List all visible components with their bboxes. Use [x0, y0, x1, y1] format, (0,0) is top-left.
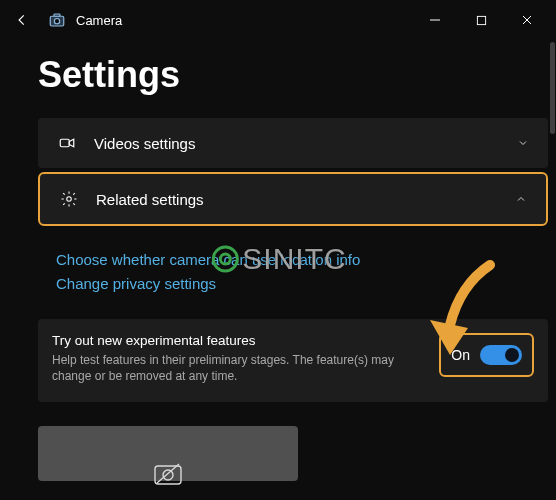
videos-settings-panel[interactable]: Videos settings	[38, 118, 548, 168]
related-settings-panel[interactable]: Related settings	[38, 172, 548, 226]
maximize-button[interactable]	[458, 5, 504, 35]
svg-rect-4	[477, 16, 485, 24]
back-button[interactable]	[14, 12, 30, 28]
page-title: Settings	[38, 54, 556, 96]
experimental-features-title: Try out new experimental features	[52, 333, 427, 348]
chevron-down-icon	[516, 136, 530, 150]
close-button[interactable]	[504, 5, 550, 35]
video-icon	[56, 134, 78, 152]
camera-icon	[48, 11, 66, 29]
privacy-settings-link[interactable]: Change privacy settings	[56, 275, 530, 292]
experimental-toggle[interactable]	[480, 345, 522, 365]
svg-point-1	[54, 19, 59, 24]
svg-rect-7	[60, 139, 69, 147]
camera-off-icon	[153, 461, 183, 489]
svg-point-9	[67, 197, 72, 202]
app-title: Camera	[76, 13, 122, 28]
minimize-button[interactable]	[412, 5, 458, 35]
experimental-toggle-area: On	[439, 333, 534, 377]
videos-settings-label: Videos settings	[94, 135, 516, 152]
svg-point-11	[163, 470, 173, 480]
titlebar: Camera	[0, 0, 556, 40]
chevron-up-icon	[514, 192, 528, 206]
related-settings-label: Related settings	[96, 191, 514, 208]
content-area: Videos settings Related settings Choose …	[0, 118, 556, 481]
related-settings-sublist: Choose whether camera can use location i…	[38, 230, 548, 309]
preview-card[interactable]	[38, 426, 298, 481]
experimental-features-panel: Try out new experimental features Help t…	[38, 319, 548, 402]
experimental-features-desc: Help test features in their preliminary …	[52, 352, 427, 384]
svg-rect-2	[54, 14, 60, 16]
location-info-link[interactable]: Choose whether camera can use location i…	[56, 251, 530, 268]
toggle-state-label: On	[451, 347, 470, 363]
svg-marker-8	[69, 139, 74, 147]
toggle-knob	[505, 348, 519, 362]
gear-icon	[58, 190, 80, 208]
